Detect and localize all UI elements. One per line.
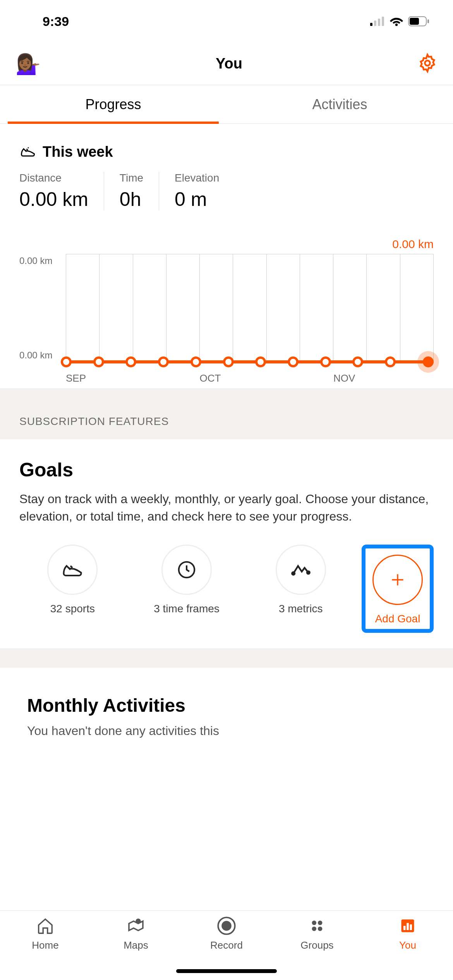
- subscription-header-text: SUBSCRIPTION FEATURES: [19, 415, 434, 428]
- chart-dots: [66, 356, 434, 367]
- svg-point-12: [136, 919, 140, 923]
- gear-icon: [417, 53, 438, 73]
- tabbar-groups[interactable]: Groups: [272, 916, 362, 980]
- section-gap: [0, 648, 453, 668]
- monthly-section: Monthly Activities You haven't done any …: [0, 668, 453, 738]
- maps-icon: [127, 917, 145, 935]
- cellular-icon: [370, 17, 385, 26]
- svg-point-16: [318, 921, 323, 925]
- svg-rect-0: [370, 23, 372, 26]
- plus-icon: [388, 570, 407, 589]
- stat-distance: Distance 0.00 km: [19, 172, 104, 211]
- goals-description: Stay on track with a weekly, monthly, or…: [19, 490, 434, 525]
- svg-point-11: [307, 571, 310, 574]
- goal-timeframes[interactable]: 3 time frames: [134, 545, 240, 633]
- chart-x-sep: SEP: [66, 372, 199, 384]
- groups-icon: [308, 917, 326, 935]
- stat-time-value: 0h: [120, 188, 143, 211]
- svg-rect-22: [410, 924, 412, 930]
- svg-rect-3: [382, 17, 384, 26]
- svg-rect-6: [410, 18, 419, 25]
- svg-point-18: [318, 927, 323, 931]
- shoe-icon: [61, 558, 84, 581]
- tabbar-home[interactable]: Home: [0, 916, 91, 980]
- stat-distance-label: Distance: [19, 172, 88, 184]
- goal-sports[interactable]: 32 sports: [19, 545, 126, 633]
- you-icon: [399, 917, 416, 934]
- tabbar-groups-label: Groups: [300, 939, 333, 951]
- chart-y-bottom: 0.00 km: [19, 350, 62, 361]
- svg-rect-2: [378, 19, 380, 26]
- tab-activities[interactable]: Activities: [226, 85, 453, 123]
- metrics-icon: [290, 559, 312, 581]
- weekly-chart[interactable]: 0.00 km 0.00 km 0.00 km SEP OCT NOV: [0, 222, 453, 388]
- chart-x-labels: SEP OCT NOV: [66, 372, 434, 384]
- tabbar-maps[interactable]: Maps: [91, 916, 181, 980]
- home-icon: [36, 917, 54, 935]
- svg-rect-21: [407, 923, 409, 930]
- add-goal-button[interactable]: Add Goal: [372, 555, 423, 625]
- tab-activities-label: Activities: [312, 96, 367, 113]
- svg-point-4: [395, 24, 398, 26]
- chart-current-label: 0.00 km: [19, 238, 434, 251]
- chart-x-nov: NOV: [333, 372, 434, 384]
- tabbar-record-label: Record: [210, 939, 243, 951]
- wifi-icon: [390, 16, 403, 26]
- clock-icon: [176, 559, 197, 580]
- subscription-header: SUBSCRIPTION FEATURES: [0, 388, 453, 439]
- stats-row: Distance 0.00 km Time 0h Elevation 0 m: [19, 172, 434, 211]
- home-indicator[interactable]: [176, 969, 277, 973]
- stat-elevation: Elevation 0 m: [159, 172, 235, 211]
- svg-rect-1: [374, 21, 376, 26]
- chart-y-top: 0.00 km: [19, 255, 62, 266]
- svg-rect-20: [403, 926, 406, 930]
- shoe-icon: [19, 143, 36, 160]
- goals-section: Goals Stay on track with a weekly, month…: [0, 439, 453, 648]
- goal-sports-label: 32 sports: [50, 603, 95, 615]
- tab-progress[interactable]: Progress: [0, 85, 226, 123]
- svg-point-10: [292, 572, 295, 575]
- tabbar-you[interactable]: You: [362, 916, 453, 980]
- goal-metrics[interactable]: 3 metrics: [247, 545, 354, 633]
- svg-point-8: [425, 60, 430, 65]
- svg-rect-7: [427, 19, 429, 23]
- tabbar-maps-label: Maps: [124, 939, 148, 951]
- monthly-description: You haven't done any activities this: [27, 724, 426, 738]
- goal-timeframes-label: 3 time frames: [154, 603, 220, 615]
- stat-elevation-label: Elevation: [175, 172, 219, 184]
- monthly-title: Monthly Activities: [27, 695, 426, 716]
- tabbar-home-label: Home: [32, 939, 58, 951]
- tabbar-you-label: You: [399, 939, 416, 951]
- stat-distance-value: 0.00 km: [19, 188, 88, 211]
- this-week-section: This week Distance 0.00 km Time 0h Eleva…: [0, 124, 453, 222]
- add-goal-highlight: Add Goal: [362, 545, 434, 633]
- goal-metrics-label: 3 metrics: [279, 603, 323, 615]
- settings-button[interactable]: [417, 53, 438, 75]
- stat-elevation-value: 0 m: [175, 188, 219, 211]
- avatar[interactable]: 💁🏾‍♀️: [15, 54, 41, 74]
- page-title: You: [41, 55, 417, 72]
- svg-point-17: [312, 927, 317, 931]
- battery-icon: [408, 16, 430, 26]
- tab-progress-label: Progress: [85, 96, 141, 113]
- tabs: Progress Activities: [0, 85, 453, 124]
- status-icons: [370, 16, 430, 26]
- stat-time-label: Time: [120, 172, 143, 184]
- goals-title: Goals: [19, 459, 434, 481]
- add-goal-label: Add Goal: [375, 613, 420, 625]
- this-week-title: This week: [43, 144, 113, 160]
- status-bar: 9:39: [0, 0, 453, 43]
- svg-point-15: [312, 921, 317, 925]
- header: 💁🏾‍♀️ You: [0, 43, 453, 85]
- stat-time: Time 0h: [104, 172, 159, 211]
- svg-point-14: [222, 922, 231, 930]
- chart-x-oct: OCT: [199, 372, 333, 384]
- record-icon: [216, 916, 237, 936]
- status-time: 9:39: [43, 14, 69, 29]
